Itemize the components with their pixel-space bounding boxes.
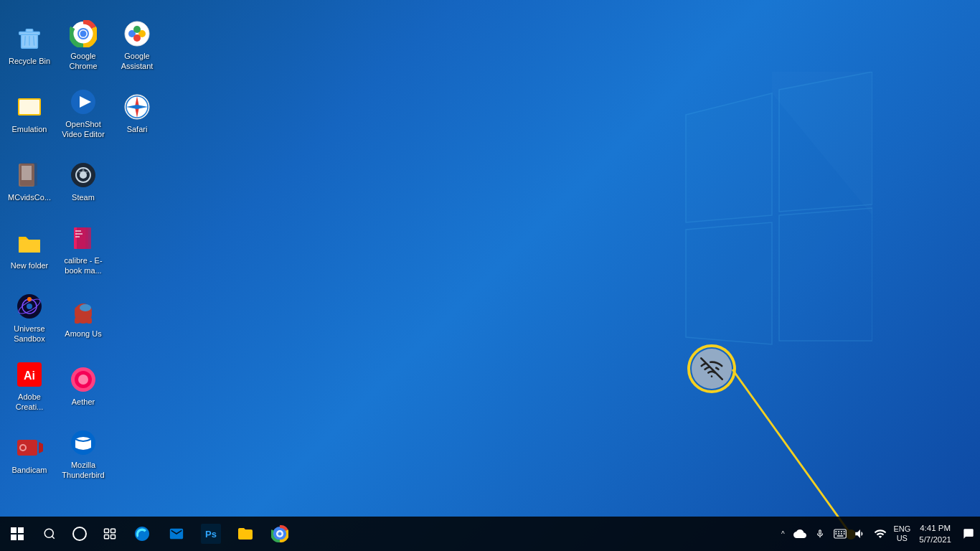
svg-point-45 [27,303,32,309]
start-button[interactable] [0,517,34,551]
svg-rect-50 [87,318,92,324]
among-us-label: Among Us [65,329,101,339]
desktop-icon-bandicam[interactable]: Bandicam [4,420,55,488]
desktop-icon-google-chrome[interactable]: Google Chrome [57,11,109,79]
svg-rect-63 [11,527,17,533]
desktop-icon-aether[interactable]: Aether [57,352,109,420]
desktop-icon-universe-sandbox[interactable]: Universe Sandbox [4,283,55,352]
wifi-highlight-circle [687,344,736,393]
tray-onedrive-icon[interactable] [790,517,810,551]
task-view-button[interactable] [95,517,125,551]
taskbar-file-explorer[interactable] [228,517,263,551]
svg-rect-39 [75,233,83,235]
openshot-label: OpenShot Video Editor [60,120,106,138]
svg-rect-49 [75,318,80,324]
svg-text:Ai: Ai [24,369,35,382]
taskbar-pinned-apps: Ps [125,517,297,551]
safari-label: Safari [127,125,148,134]
desktop-icon-emulation[interactable]: Emulation [4,79,55,147]
new-folder-label: New folder [11,261,49,270]
cortana-button[interactable] [65,517,95,551]
tray-expand-button[interactable]: ^ [776,517,790,551]
svg-line-61 [732,369,851,534]
aether-icon [68,364,98,395]
svg-rect-7 [26,29,33,32]
wifi-pointer-arrow [707,344,980,545]
svg-line-68 [52,536,54,538]
svg-point-18 [133,26,141,33]
svg-marker-0 [686,93,772,222]
taskbar-search-button[interactable] [34,517,65,551]
svg-marker-57 [39,442,43,453]
mcvids-icon [14,160,44,190]
tray-wifi-icon[interactable] [870,517,890,551]
desktop-icon-mcvids[interactable]: MCvidsCo... [4,147,55,215]
svg-rect-86 [841,533,842,534]
svg-rect-80 [836,531,837,532]
taskbar-chrome[interactable] [263,517,297,551]
desktop-icon-google-assistant[interactable]: Google Assistant [111,11,163,79]
desktop-icon-among-us[interactable]: Among Us [57,283,109,352]
desktop-icon-calibre[interactable]: calibre - E-book ma... [57,215,109,283]
bandicam-icon [14,433,44,463]
steam-label: Steam [72,193,95,202]
recycle-bin-icon [14,24,44,54]
svg-rect-88 [837,535,844,537]
thunderbird-icon [68,428,98,458]
desktop-icons: Recycle BinGoogle ChromeGoogle Assistant… [0,7,169,491]
taskbar-edge[interactable] [125,517,159,551]
tray-language-indicator[interactable]: ENG US [890,517,913,551]
taskbar-mail[interactable] [159,517,194,551]
universe-sandbox-icon [14,291,44,321]
svg-rect-85 [838,533,839,534]
svg-rect-70 [105,529,109,532]
svg-point-69 [73,527,86,540]
adobe-creative-label: Adobe Creati... [6,392,52,411]
tray-clock[interactable]: 4:41 PM 5/7/2021 [913,517,957,551]
svg-point-44 [27,297,32,301]
calibre-icon [68,223,98,253]
desktop-icon-openshot[interactable]: OpenShot Video Editor [57,79,109,147]
desktop-icon-recycle-bin[interactable]: Recycle Bin [4,11,55,79]
svg-rect-34 [19,240,40,253]
desktop-icon-new-folder[interactable]: New folder [4,215,55,283]
svg-rect-83 [844,531,845,532]
desktop-icon-safari[interactable]: Safari [111,79,163,147]
svg-rect-72 [105,535,109,539]
svg-rect-30 [20,163,37,186]
svg-rect-84 [836,533,837,534]
svg-rect-81 [838,531,839,532]
google-assistant-icon [122,19,152,49]
tray-notification-button[interactable] [957,517,980,551]
svg-point-48 [80,304,91,311]
svg-rect-38 [75,230,81,232]
svg-rect-21 [19,100,39,114]
svg-point-78 [278,532,282,536]
emulation-icon [14,92,44,122]
tray-microphone-icon[interactable] [810,517,830,551]
desktop-icon-thunderbird[interactable]: Mozilla Thunderbird [57,420,109,488]
svg-rect-64 [18,527,24,533]
thunderbird-label: Mozilla Thunderbird [60,461,106,479]
new-folder-icon [14,228,44,258]
svg-rect-65 [11,534,17,540]
adobe-creative-icon: Ai [14,359,44,390]
svg-rect-82 [841,531,842,532]
svg-point-19 [133,34,141,42]
svg-point-55 [78,375,88,385]
mcvids-label: MCvidsCo... [8,193,51,202]
wifi-icon-highlighted [692,349,732,389]
tray-keyboard-icon[interactable] [830,517,850,551]
tray-volume-icon[interactable] [850,517,870,551]
svg-point-67 [44,529,53,537]
desktop-icon-adobe-creative[interactable]: AiAdobe Creati... [4,352,55,420]
svg-rect-37 [80,227,91,249]
steam-icon [68,160,98,190]
svg-rect-66 [18,534,24,540]
google-chrome-icon [68,19,98,49]
desktop-icon-steam[interactable]: Steam [57,147,109,215]
svg-rect-73 [111,535,116,539]
svg-point-59 [21,446,25,450]
system-tray: ^ [776,517,980,551]
taskbar-photoshop[interactable]: Ps [194,517,228,551]
